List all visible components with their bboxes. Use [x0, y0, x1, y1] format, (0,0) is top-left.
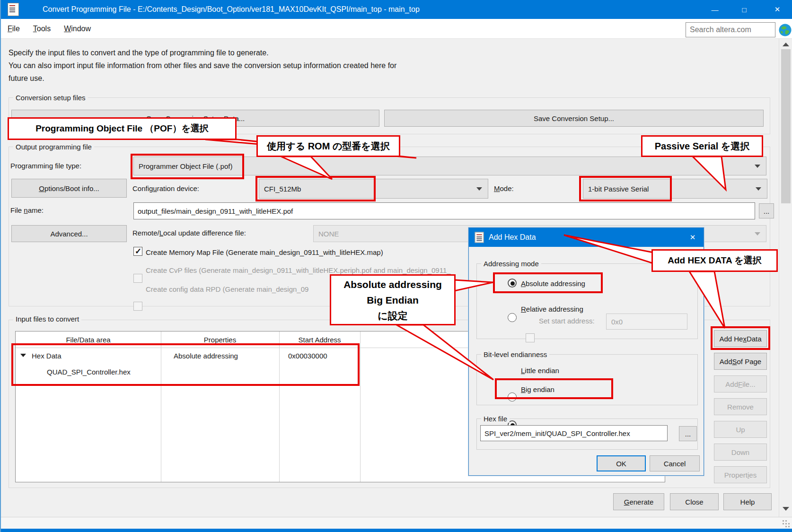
endianness-legend: Bit-level endianness	[481, 350, 549, 358]
dialog-close-icon[interactable]: ✕	[682, 228, 704, 247]
relative-addressing-radio[interactable]	[508, 313, 517, 322]
window-title: Convert Programming File - E:/Contents_D…	[43, 5, 420, 14]
mode-label: Mode:	[494, 184, 514, 192]
resize-grip[interactable]	[783, 520, 784, 522]
intro-line-1: Specify the input files to convert and t…	[9, 46, 396, 59]
properties-button: Properties	[714, 466, 767, 483]
divider	[360, 331, 361, 482]
convert-programming-file-window: Convert Programming File - E:/Contents_D…	[0, 0, 792, 532]
file-name-browse-button[interactable]: ...	[759, 203, 774, 218]
close-button[interactable]: ✕	[762, 0, 792, 19]
search-input[interactable]	[686, 22, 775, 37]
intro-line-2: You can also import input file informati…	[9, 59, 396, 72]
highlight-programming-file-type	[131, 154, 244, 179]
ok-button[interactable]: OK	[597, 455, 646, 471]
scroll-down-icon[interactable]	[783, 507, 789, 511]
intro-line-3: future use.	[9, 72, 396, 85]
down-button: Down	[714, 444, 767, 461]
create-memory-map-checkbox[interactable]	[133, 247, 142, 256]
highlight-add-hex-data-button	[711, 326, 770, 350]
dialog-icon	[475, 232, 484, 243]
title-bar: Convert Programming File - E:/Contents_D…	[1, 0, 792, 19]
create-memory-map-label: Create Memory Map File (Generate main_de…	[146, 248, 383, 256]
callout-absolute-big-endian: Absolute addressing Big Endian に設定	[330, 274, 456, 325]
dialog-title-bar: Add Hex Data	[469, 228, 704, 247]
scrollbar-thumb[interactable]	[781, 49, 791, 203]
options-boot-info-button[interactable]: Options/Boot info...	[11, 179, 127, 198]
app-icon	[8, 3, 19, 16]
help-button[interactable]: Help	[723, 493, 772, 510]
intro-text: Specify the input files to convert and t…	[9, 46, 396, 85]
chevron-down-icon	[755, 165, 760, 168]
set-start-address-input: 0x0	[606, 314, 687, 330]
highlight-big-endian	[495, 378, 613, 399]
highlight-table-rows	[11, 343, 360, 386]
menu-tools[interactable]: Tools	[26, 22, 57, 36]
callout-pof: Programming Object File （POF）を選択	[8, 117, 237, 140]
menu-window[interactable]: Window	[57, 22, 97, 36]
set-start-address-label: Set start address:	[539, 317, 595, 325]
highlight-mode	[579, 176, 672, 201]
scroll-up-icon[interactable]	[783, 43, 789, 46]
status-bar	[1, 517, 792, 529]
callout-rom: 使用する ROM の型番を選択	[256, 135, 400, 157]
add-sof-page-button[interactable]: Add Sof Page	[714, 353, 767, 370]
up-button: Up	[714, 421, 767, 438]
maximize-button[interactable]: □	[730, 0, 759, 19]
dialog-title: Add Hex Data	[489, 233, 536, 242]
input-files-legend: Input files to convert	[13, 315, 81, 323]
highlight-configuration-device	[255, 176, 376, 201]
create-rpd-checkbox	[133, 302, 142, 311]
window-bottom-border	[1, 529, 792, 532]
callout-line: Big Endian	[367, 292, 419, 308]
callout-line: に設定	[378, 308, 408, 323]
save-conversion-setup-button[interactable]: Save Conversion Setup...	[384, 110, 764, 127]
minimize-button[interactable]: —	[700, 0, 730, 19]
remote-update-value: NONE	[318, 230, 339, 238]
configuration-device-label: Configuration device:	[132, 184, 199, 192]
highlight-absolute-addressing	[493, 272, 603, 293]
generate-button[interactable]: Generate	[613, 493, 664, 510]
file-name-input[interactable]	[133, 202, 755, 219]
relative-addressing-label[interactable]: Relative addressing	[521, 305, 583, 313]
callout-line: Absolute addressing	[343, 277, 442, 292]
add-file-button: Add File...	[714, 375, 767, 392]
programming-file-type-label: Programming file type:	[10, 162, 81, 170]
chevron-down-icon	[756, 187, 761, 191]
create-cvp-checkbox	[133, 274, 142, 283]
menu-bar: File Tools Window	[1, 19, 792, 39]
hex-file-browse-button[interactable]: ...	[679, 426, 697, 441]
addressing-mode-legend: Addressing mode	[481, 260, 541, 268]
hex-file-input[interactable]	[480, 425, 668, 441]
close-dialog-button[interactable]: Close	[670, 493, 719, 510]
chevron-down-icon	[476, 187, 482, 191]
hex-file-legend: Hex file	[481, 415, 510, 423]
little-endian-label[interactable]: Little endian	[521, 366, 559, 375]
remove-button: Remove	[714, 398, 767, 415]
create-cvp-label: Create CvP files (Generate main_design_0…	[146, 266, 451, 274]
conversion-setup-legend: Conversion setup files	[13, 94, 88, 102]
output-programming-legend: Output programming file	[13, 143, 94, 151]
callout-passive-serial: Passive Serial を選択	[641, 135, 763, 157]
file-name-label: File name:	[10, 206, 44, 214]
menu-file[interactable]: File	[1, 22, 26, 36]
advanced-button[interactable]: Advanced...	[11, 225, 127, 242]
create-rpd-label: Create config data RPD (Generate main_de…	[146, 285, 308, 293]
set-start-address-checkbox	[526, 333, 535, 342]
globe-icon[interactable]	[779, 24, 792, 36]
callout-add-hex-data: Add HEX DATA を選択	[651, 249, 778, 272]
cancel-button[interactable]: Cancel	[650, 455, 700, 471]
set-start-address-value: 0x0	[611, 318, 623, 326]
chevron-down-icon	[755, 232, 760, 235]
remote-update-label: Remote/Local update difference file:	[132, 229, 246, 237]
